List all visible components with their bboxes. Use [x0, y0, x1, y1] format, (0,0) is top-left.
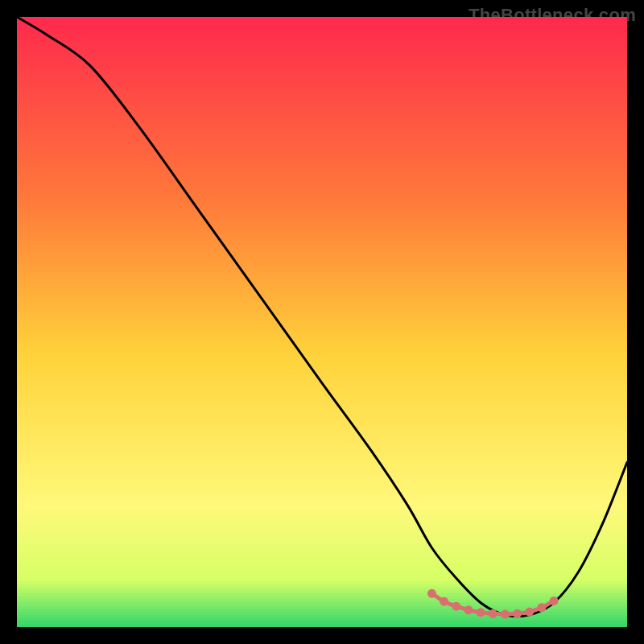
bottleneck-curve — [17, 17, 627, 627]
optimal-point — [477, 608, 485, 617]
chart-container: TheBottleneck.com — [0, 0, 644, 644]
optimal-point — [489, 609, 497, 618]
optimal-point — [464, 605, 473, 614]
optimal-point — [501, 610, 510, 619]
optimal-point — [525, 608, 534, 617]
plot-area — [17, 17, 627, 627]
optimal-point — [537, 603, 546, 612]
optimal-point — [550, 597, 559, 605]
optimal-point — [440, 597, 448, 606]
curve-path — [17, 17, 627, 617]
optimal-point — [427, 589, 436, 598]
optimal-point — [452, 602, 460, 611]
optimal-point — [513, 609, 522, 618]
